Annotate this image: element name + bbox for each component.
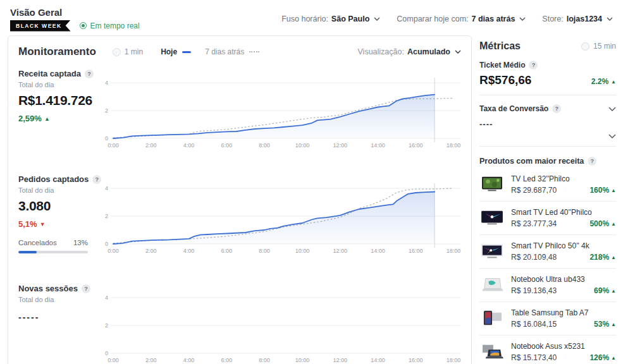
trend-arrow-icon: ▲ [611,221,616,227]
chevron-down-icon [374,17,380,21]
divider [479,95,616,95]
products-list: TV Led 32''Philco R$ 29.687,70 160% ▲ Sm… [479,168,616,364]
view-mode-selector[interactable]: Visualização: Acumulado [358,47,462,56]
svg-text:4: 4 [105,185,108,191]
ticket-medio-value: R$576,66 [479,73,531,87]
section-novas-sessoes: Novas sessões ? Total do dia ----- 0 2 4… [8,276,471,364]
cancelados-progress-bar [18,251,88,253]
view-value: Acumulado [407,47,450,56]
legend-compare[interactable]: 7 dias atrás [205,47,259,56]
products-title: Produtos com maior receita [479,157,584,166]
svg-text:4:00: 4:00 [183,142,195,149]
svg-text:12:00: 12:00 [333,248,347,254]
product-list-item[interactable]: Smart TV Led 40''Philco R$ 23.777,34 500… [479,201,616,234]
product-list-item[interactable]: Notebook Asus x5231 R$ 15.173,40 126% ▲ [479,335,616,364]
interval-radio-15min[interactable]: 15 min [581,42,616,51]
svg-text:2: 2 [105,322,108,329]
svg-text:2:00: 2:00 [145,248,157,254]
product-name: Notebook Asus x5231 [511,342,616,351]
compare-selector[interactable]: Comparar hoje com: 7 dias atrás [397,15,526,23]
monitoring-header: Monitoramento 1 min Hoje 7 dias atrás Vi… [8,36,471,58]
svg-text:12:00: 12:00 [333,357,347,363]
product-thumbnail [479,208,505,228]
svg-text:6:00: 6:00 [221,357,233,363]
svg-text:10:00: 10:00 [295,142,310,149]
product-delta-badge: 500% ▲ [589,219,616,228]
product-thumbnail [479,342,505,362]
timezone-label: Fuso horário: [281,15,328,23]
timezone-selector[interactable]: Fuso horário: São Paulo [281,15,380,23]
product-delta: 53% [594,320,609,329]
svg-text:4: 4 [105,294,108,301]
radio-icon [581,42,589,51]
chevron-down-icon[interactable] [608,107,616,111]
product-name: Smart TV Philco 50'' 4k [511,241,616,251]
chart-receita-captada: 0 2 40:002:004:006:008:0010:0012:0014:00… [102,74,462,150]
view-label: Visualização: [358,47,404,56]
chevron-down-icon [519,17,526,21]
svg-text:8:00: 8:00 [259,357,270,363]
product-delta: 69% [594,286,609,295]
interval-radio-1min[interactable]: 1 min [113,47,143,56]
trend-arrow-icon: ▲ [611,188,616,193]
trend-arrow-icon: ▲ [611,322,616,327]
svg-text:4:00: 4:00 [183,357,195,363]
product-price: R$ 16.084,15 [511,320,557,329]
product-list-item[interactable]: Smart TV Philco 50'' 4k R$ 20.109,48 218… [479,234,616,268]
help-icon[interactable]: ? [529,61,538,70]
product-name: Table Samsung Tab A7 [511,308,616,318]
product-delta: 218% [589,253,609,262]
monitoring-title: Monitoramento [18,46,96,58]
product-delta: 160% [589,186,609,195]
trend-arrow-icon: ▲ [611,255,616,260]
svg-text:0: 0 [105,135,108,142]
top-bar: Visão Geral BLACK WEEK Em tempo real Fus… [0,0,623,35]
product-delta-badge: 69% ▲ [594,286,616,295]
svg-text:0:00: 0:00 [108,248,119,254]
store-selector[interactable]: Store: lojas1234 [542,15,613,23]
svg-text:2:00: 2:00 [145,357,157,363]
chevron-down-icon[interactable] [608,134,616,138]
trend-arrow-icon: ▲ [611,288,616,294]
product-thumbnail [479,241,505,262]
metric-title: Pedidos captados [18,174,89,184]
chart-novas-sessoes: 0 2 40:002:004:006:008:0010:0012:0014:00… [102,289,462,364]
product-delta-badge: 160% ▲ [589,186,616,195]
svg-text:6:00: 6:00 [221,248,233,254]
legend-today-label: Hoje [161,47,177,56]
metric-title: Receita captada [18,69,81,78]
realtime-dot-icon [80,22,87,29]
product-price: R$ 19.136,43 [511,286,557,295]
help-icon[interactable]: ? [82,284,90,293]
metric-subtitle: Total do dia [18,296,104,303]
metric-delta: 2,59%▲ [18,114,104,123]
legend-today[interactable]: Hoje [161,47,191,56]
product-thumbnail [479,174,505,195]
product-price: R$ 15.173,40 [511,353,557,362]
product-list-item[interactable]: Table Samsung Tab A7 R$ 16.084,15 53% ▲ [479,301,616,335]
help-icon[interactable]: ? [588,157,596,166]
svg-text:2:00: 2:00 [145,142,157,149]
product-list-item[interactable]: TV Led 32''Philco R$ 29.687,70 160% ▲ [479,168,616,201]
page-title: Visão Geral [10,7,140,18]
product-list-item[interactable]: Notebook Ultra ub433 R$ 19.136,43 69% ▲ [479,268,616,301]
help-icon[interactable]: ? [552,104,561,113]
metric-value: 3.080 [18,198,104,214]
store-label: Store: [542,15,563,23]
svg-text:0:00: 0:00 [108,142,119,149]
svg-text:12:00: 12:00 [333,142,347,149]
product-thumbnail [479,275,505,295]
legend-compare-label: 7 dias atrás [205,47,244,56]
trend-arrow-icon: ▲ [611,355,616,361]
product-price: R$ 23.777,34 [511,219,557,228]
metric-subtitle: Total do dia [18,81,104,88]
cancelados-label: Cancelados [18,239,57,246]
product-name: Notebook Ultra ub433 [511,275,616,284]
svg-text:0:00: 0:00 [108,357,119,363]
timezone-value: São Paulo [331,15,369,23]
product-delta-badge: 126% ▲ [589,353,616,362]
chevron-down-icon [607,17,613,21]
svg-text:4:00: 4:00 [183,248,195,254]
help-icon[interactable]: ? [92,175,101,184]
help-icon[interactable]: ? [85,70,94,78]
